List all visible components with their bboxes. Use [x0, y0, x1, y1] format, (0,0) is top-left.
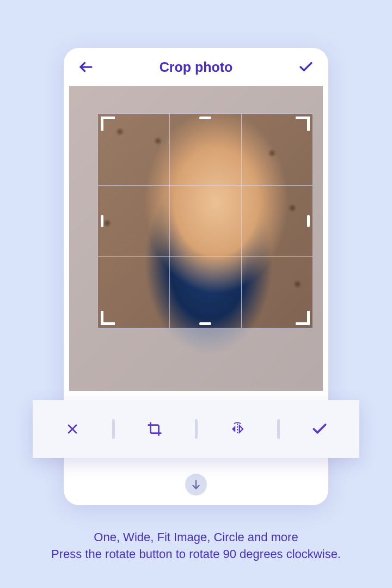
arrow-down-icon — [190, 479, 202, 491]
expand-down-button[interactable] — [185, 474, 207, 495]
caption-line: One, Wide, Fit Image, Circle and more — [7, 529, 385, 546]
crop-mask — [69, 86, 323, 113]
cancel-button[interactable] — [33, 400, 112, 458]
header-confirm-button[interactable] — [298, 59, 314, 75]
app-header: Crop photo — [64, 48, 328, 86]
caption-text: One, Wide, Fit Image, Circle and more Pr… — [0, 529, 392, 563]
crop-handle-bottom[interactable] — [199, 322, 211, 325]
crop-icon — [146, 421, 163, 437]
crop-handle-right[interactable] — [307, 215, 310, 227]
close-icon — [65, 421, 80, 437]
confirm-button[interactable] — [280, 400, 359, 458]
crop-mask — [69, 328, 323, 391]
flip-button[interactable] — [198, 400, 277, 458]
crop-handle-top[interactable] — [199, 117, 211, 119]
crop-gridline — [98, 185, 313, 186]
caption-line: Press the rotate button to rotate 90 deg… — [7, 546, 385, 563]
crop-handle-tr[interactable] — [296, 117, 310, 131]
page-title: Crop photo — [94, 59, 298, 75]
crop-gridline — [98, 256, 313, 257]
crop-handle-tl[interactable] — [101, 117, 115, 131]
crop-mask — [69, 113, 97, 328]
crop-handle-br[interactable] — [296, 311, 310, 325]
crop-gridline — [241, 114, 242, 328]
flip-horizontal-icon — [229, 421, 246, 437]
crop-handle-bl[interactable] — [101, 311, 115, 325]
arrow-left-icon — [78, 59, 94, 75]
crop-mask — [313, 113, 323, 328]
check-icon — [298, 59, 314, 75]
crop-handle-left[interactable] — [101, 215, 103, 227]
crop-gridline — [169, 114, 170, 328]
crop-selection[interactable] — [97, 113, 313, 328]
check-icon — [311, 420, 328, 438]
photo-canvas[interactable] — [69, 86, 323, 391]
crop-mode-button[interactable] — [115, 400, 194, 458]
crop-toolbar — [33, 400, 359, 458]
back-button[interactable] — [78, 59, 94, 75]
